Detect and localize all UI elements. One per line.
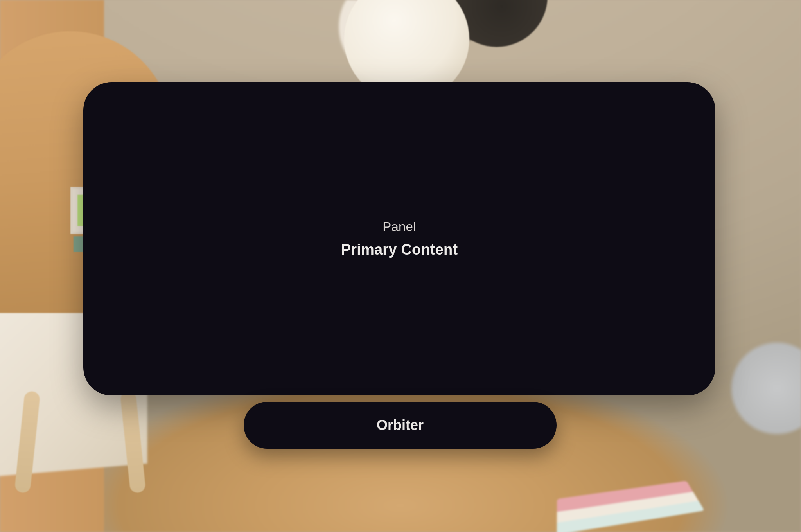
orbiter-label: Orbiter [377, 417, 424, 433]
panel-title: Primary Content [341, 241, 458, 258]
spatial-stage: Panel Primary Content Orbiter [0, 0, 801, 532]
orbiter-bar[interactable]: Orbiter [244, 402, 557, 449]
primary-panel[interactable]: Panel Primary Content [83, 82, 715, 395]
panel-label: Panel [383, 219, 416, 234]
